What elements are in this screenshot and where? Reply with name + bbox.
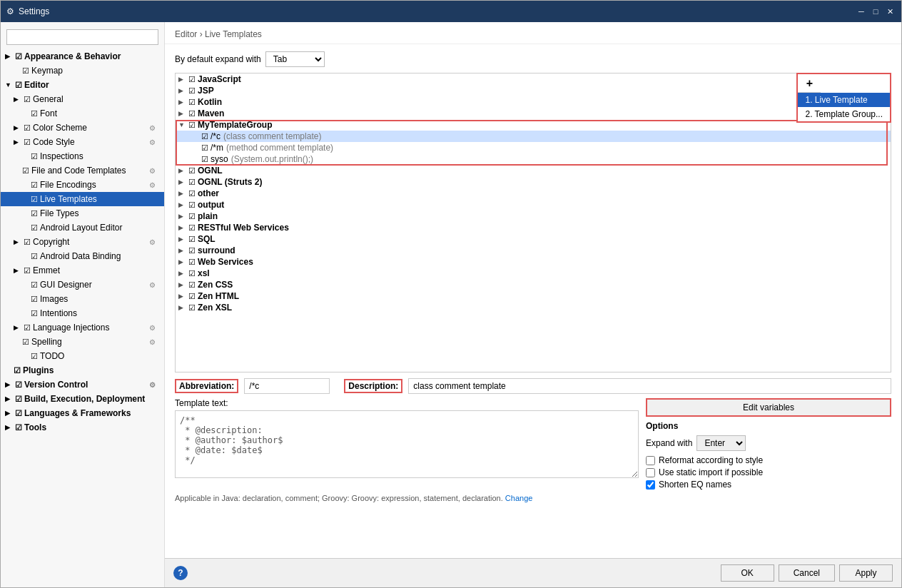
sidebar-item-todo[interactable]: ☑TODO — [1, 349, 164, 363]
minimize-button[interactable]: ─ — [856, 6, 867, 17]
tree-item-kotlin[interactable]: ▶☑Kotlin — [176, 96, 891, 108]
tree-arrow: ▶ — [178, 76, 187, 83]
sidebar-item-tools[interactable]: ▶☑Tools — [1, 420, 164, 435]
sidebar-item-copyright[interactable]: ▶☑Copyright⚙ — [1, 235, 164, 249]
sidebar-item-intentions[interactable]: ☑Intentions — [1, 306, 164, 320]
tree-item-javascript[interactable]: ▶☑JavaScript — [176, 74, 891, 85]
sidebar-item-buildexecution[interactable]: ▶☑Build, Execution, Deployment — [1, 392, 164, 406]
sidebar-item-guidesigner[interactable]: ☑GUI Designer⚙ — [1, 278, 164, 292]
tree-item-other[interactable]: ▶☑other — [176, 188, 891, 199]
tree-checkbox: ☑ — [201, 155, 208, 164]
tree-arrow: ▶ — [178, 190, 187, 197]
tree-label: Maven — [198, 108, 224, 118]
option2-checkbox[interactable] — [646, 468, 655, 477]
option1-checkbox[interactable] — [646, 456, 655, 465]
sidebar-item-languageinjections[interactable]: ▶☑Language Injections⚙ — [1, 320, 164, 335]
tree-arrow: ▶ — [178, 98, 187, 106]
tree-item-zen_xsl[interactable]: ▶☑Zen XSL — [176, 302, 891, 313]
tree-item-zen_css[interactable]: ▶☑Zen CSS — [176, 279, 891, 290]
search-input[interactable] — [6, 29, 158, 45]
tree-label: other — [198, 188, 219, 198]
tree-checkbox: ☑ — [188, 86, 196, 96]
window-title-area: ⚙ Settings — [6, 6, 856, 16]
description-input[interactable] — [408, 378, 891, 394]
main-content: ▶☑Appearance & Behavior☑Keymap▼☑Editor▶☑… — [1, 22, 901, 587]
expand-with-option-select[interactable]: Enter Tab Space — [696, 435, 746, 451]
sidebar-items-container: ▶☑Appearance & Behavior☑Keymap▼☑Editor▶☑… — [1, 49, 164, 435]
option1-row: Reformat according to style — [646, 455, 891, 465]
tree-item-output[interactable]: ▶☑output — [176, 199, 891, 211]
tree-area[interactable]: ▶☑JavaScript▶☑JSP▶☑Kotlin▶☑Maven▼☑MyTemp… — [175, 73, 891, 372]
tree-item-maven[interactable]: ▶☑Maven — [176, 108, 891, 119]
expand-with-select[interactable]: Tab Enter Space — [265, 51, 325, 67]
dropdown-item-template-group[interactable]: 2. Template Group... — [798, 107, 890, 121]
maximize-button[interactable]: □ — [870, 6, 881, 17]
applicable-change-link[interactable]: Change — [505, 494, 533, 502]
template-textarea[interactable]: /** * @description: * @author: $author$ … — [175, 410, 639, 478]
sidebar-item-plugins[interactable]: ☑Plugins — [1, 363, 164, 377]
sidebar-item-filecodetemp[interactable]: ☑File and Code Templates⚙ — [1, 163, 164, 178]
sidebar-item-label: TODO — [40, 351, 64, 361]
tree-item-zen_html[interactable]: ▶☑Zen HTML — [176, 290, 891, 302]
tree-item-webservices[interactable]: ▶☑Web Services — [176, 256, 891, 268]
tree-item-ognl_struts[interactable]: ▶☑OGNL (Struts 2) — [176, 176, 891, 188]
sidebar-item-androiddatabinding[interactable]: ☑Android Data Binding — [1, 249, 164, 263]
tree-item-mytemplategroup[interactable]: ▼☑MyTemplateGroup — [176, 119, 891, 131]
tree-arrow: ▼ — [178, 121, 187, 128]
tree-item-jsp[interactable]: ▶☑JSP — [176, 85, 891, 96]
add-button[interactable]: + — [798, 74, 821, 93]
option3-checkbox[interactable] — [646, 480, 655, 490]
checkbox-icon: ☑ — [24, 266, 31, 275]
abbreviation-input[interactable] — [244, 378, 330, 394]
help-button[interactable]: ? — [173, 566, 188, 580]
apply-button[interactable]: Apply — [839, 564, 893, 582]
sidebar-item-spelling[interactable]: ☑Spelling⚙ — [1, 335, 164, 349]
ok-button[interactable]: OK — [721, 564, 774, 582]
sidebar-item-fileencodings[interactable]: ☑File Encodings⚙ — [1, 178, 164, 192]
tree-item-restful[interactable]: ▶☑RESTful Web Services — [176, 222, 891, 233]
tree-item-method_comment[interactable]: ☑/*m(method comment template) — [176, 142, 891, 153]
sidebar-item-versioncontrol[interactable]: ▶☑Version Control⚙ — [1, 377, 164, 392]
tree-item-plain[interactable]: ▶☑plain — [176, 211, 891, 222]
sidebar-item-codestyle[interactable]: ▶☑Code Style⚙ — [1, 135, 164, 149]
sidebar-item-keymap[interactable]: ☑Keymap — [1, 64, 164, 78]
option1-label: Reformat according to style — [659, 455, 763, 465]
sidebar-item-general[interactable]: ▶☑General — [1, 92, 164, 106]
tree-item-syso[interactable]: ☑syso(System.out.println();) — [176, 153, 891, 165]
tree-item-class_comment[interactable]: ☑/*c(class comment template) — [176, 131, 891, 142]
sidebar-item-emmet[interactable]: ▶☑Emmet — [1, 263, 164, 278]
sidebar-item-languages[interactable]: ▶☑Languages & Frameworks — [1, 406, 164, 420]
tree-item-surround[interactable]: ▶☑surround — [176, 245, 891, 256]
tree-arrow: ▶ — [178, 235, 187, 243]
sidebar-item-androidlayout[interactable]: ☑Android Layout Editor — [1, 220, 164, 235]
sidebar-item-filetypes[interactable]: ☑File Types — [1, 206, 164, 220]
sidebar-item-images[interactable]: ☑Images — [1, 292, 164, 306]
tree-arrow: ▶ — [178, 281, 187, 288]
tree-label: RESTful Web Services — [198, 223, 289, 233]
checkbox-icon: ☑ — [31, 152, 38, 161]
sidebar-item-colorscheme[interactable]: ▶☑Color Scheme⚙ — [1, 121, 164, 135]
tree-arrow: ▶ — [178, 167, 187, 174]
dropdown-item-live-template[interactable]: 1. Live Template — [798, 93, 890, 107]
titlebar: ⚙ Settings ─ □ ✕ — [1, 1, 901, 22]
tree-item-ognl[interactable]: ▶☑OGNL — [176, 165, 891, 176]
option3-row: Shorten EQ names — [646, 480, 891, 490]
search-box[interactable] — [6, 29, 158, 45]
tree-checkbox: ☑ — [188, 292, 196, 301]
tree-item-sql[interactable]: ▶☑SQL — [176, 233, 891, 245]
sidebar-item-font[interactable]: ☑Font — [1, 106, 164, 121]
sidebar-item-editor[interactable]: ▼☑Editor — [1, 78, 164, 92]
sidebar-item-appearance[interactable]: ▶☑Appearance & Behavior — [1, 49, 164, 64]
settings-icon: ⚙ — [149, 138, 158, 146]
tree-item-xsl[interactable]: ▶☑xsl — [176, 268, 891, 279]
sidebar-item-livetemplates[interactable]: ☑Live Templates — [1, 192, 164, 206]
arrow-icon: ▶ — [5, 410, 14, 417]
edit-variables-button[interactable]: Edit variables — [646, 398, 891, 417]
arrow-icon: ▶ — [14, 238, 22, 245]
sidebar-item-inspections[interactable]: ☑Inspections — [1, 149, 164, 163]
cancel-button[interactable]: Cancel — [779, 564, 835, 582]
close-button[interactable]: ✕ — [884, 6, 896, 17]
settings-icon: ⚙ — [149, 381, 158, 389]
arrow-icon: ▶ — [5, 395, 14, 402]
checkbox-icon: ☑ — [31, 209, 38, 218]
